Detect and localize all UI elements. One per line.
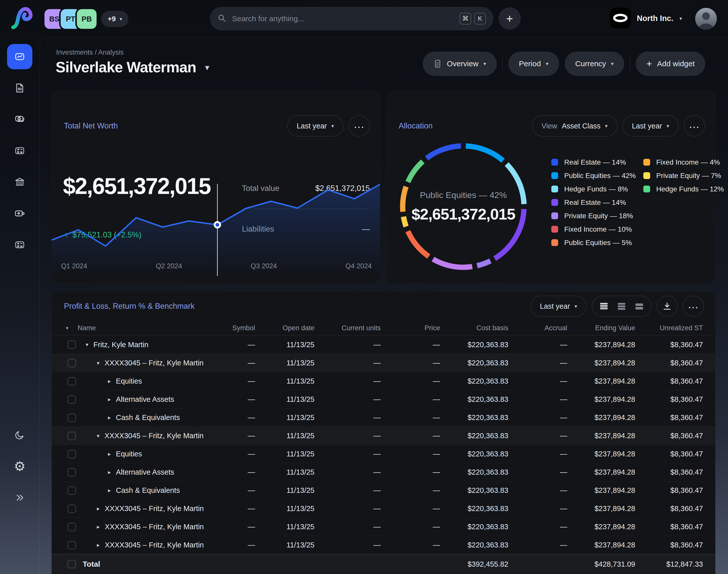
sidebar-item-bank[interactable] [7,169,32,195]
pnl-period-dropdown[interactable]: Last year ▾ [530,296,587,317]
allocation-donut-chart[interactable] [398,141,529,272]
sidebar-item-analysis[interactable] [7,44,32,69]
page-title-row[interactable]: Silverlake Waterman ▾ [56,59,209,76]
table-row[interactable]: ▸Alternative Assets—11/13/25——$220,363.8… [52,390,715,408]
row-checkbox[interactable] [68,432,76,440]
search-input[interactable] [232,14,457,23]
overview-dropdown[interactable]: Overview ▾ [423,51,497,76]
cell-current-units: — [314,413,381,422]
table-row[interactable]: ▸XXXX3045 – Fritz, Kyle Martin—11/13/25—… [52,536,715,554]
table-row[interactable]: ▾Fritz, Kyle Martin—11/13/25——$220,363.8… [52,335,715,354]
allocation-period-dropdown[interactable]: Last year ▾ [622,115,679,136]
row-checkbox[interactable] [68,413,76,422]
workspace-chip-pb[interactable]: PB [77,9,96,29]
row-checkbox[interactable] [68,504,76,513]
total-checkbox[interactable] [68,560,76,568]
row-checkbox[interactable] [68,450,76,458]
column-header-name[interactable]: Name [76,324,197,332]
currency-dropdown[interactable]: Currency ▾ [565,51,625,76]
row-checkbox[interactable] [68,486,76,495]
density-medium-button[interactable] [613,298,630,314]
collapse-row-icon[interactable]: ▾ [97,433,99,439]
cell-open-date: 11/13/25 [255,359,314,367]
sidebar-item-calculator[interactable] [7,138,32,163]
column-header-accrual[interactable]: Accrual [508,324,567,332]
cash-icon [14,113,26,125]
add-widget-button[interactable]: + Add widget [636,51,705,76]
row-name: Cash & Equivalents [116,413,180,422]
cell-open-date: 11/13/25 [255,432,314,440]
sidebar-expand-button[interactable] [7,485,32,510]
column-header-cost-basis[interactable]: Cost basis [440,324,508,332]
table-row[interactable]: ▾XXXX3045 – Fritz, Kyle Martin—11/13/25—… [52,354,715,372]
row-checkbox[interactable] [68,395,76,404]
cell-symbol: — [197,468,255,477]
column-header-ending-value[interactable]: Ending Value [567,324,635,332]
table-row[interactable]: ▾XXXX3045 – Fritz, Kyle Martin—11/13/25—… [52,426,715,445]
cell-symbol: — [197,450,255,458]
expand-row-icon[interactable]: ▸ [108,414,111,421]
row-checkbox[interactable] [68,523,76,531]
expand-row-icon[interactable]: ▸ [97,505,100,512]
search-bar[interactable]: ⌘ K [210,7,494,30]
allocation-more-button[interactable]: … [684,115,705,136]
net-worth-more-button[interactable]: … [349,115,370,136]
density-compact-button[interactable] [596,298,612,314]
theme-toggle[interactable] [7,422,32,448]
net-worth-period-dropdown[interactable]: Last year ▾ [287,115,344,136]
row-checkbox[interactable] [68,377,76,385]
expand-row-icon[interactable]: ▸ [108,396,111,403]
cell-price: — [381,504,440,513]
row-name: Fritz, Kyle Martin [93,341,148,349]
expand-row-icon[interactable]: ▸ [97,524,100,530]
pnl-more-button[interactable]: … [683,296,704,317]
allocation-view-dropdown[interactable]: View Asset Class ▾ [532,115,617,136]
toolbar: Overview ▾ Period ▾ Currency ▾ + Add wid… [423,51,705,76]
expand-row-icon[interactable]: ▸ [97,542,100,548]
column-header-symbol[interactable]: Symbol [197,324,255,332]
row-checkbox[interactable] [68,359,76,367]
more-accounts-button[interactable]: +9 ▾ [101,11,128,27]
org-switcher[interactable]: North Inc. ▾ [610,8,682,29]
quick-add-button[interactable]: + [499,7,521,30]
allocation-card-title: Allocation [399,121,432,130]
table-row[interactable]: ▸Cash & Equivalents—11/13/25——$220,363.8… [52,481,715,499]
table-row[interactable]: ▸XXXX3045 – Fritz, Kyle Martin—11/13/25—… [52,518,715,536]
cell-ending-value: $237,894.28 [567,432,635,440]
user-avatar[interactable] [695,8,717,30]
legend-label: Hedge Funds — 8% [564,185,628,193]
table-row[interactable]: ▸Cash & Equivalents—11/13/25——$220,363.8… [52,408,715,426]
cell-cost-basis: $220,363.83 [440,523,508,531]
column-header-current-units[interactable]: Current units [314,324,381,332]
expand-row-icon[interactable]: ▸ [108,378,111,384]
cell-open-date: 11/13/25 [255,523,314,531]
net-worth-chart[interactable]: Q1 2024 Q2 2024 Q3 2024 Q4 2024 [52,167,380,276]
column-header-open-date[interactable]: Open date [255,324,314,332]
column-header-price[interactable]: Price [381,324,440,332]
table-row[interactable]: ▸XXXX3045 – Fritz, Kyle Martin—11/13/25—… [52,499,715,518]
table-row[interactable]: ▸Alternative Assets—11/13/25——$220,363.8… [52,463,715,481]
x-tick: Q4 2024 [346,262,372,270]
collapse-row-icon[interactable]: ▾ [86,342,88,348]
sidebar-item-transfers[interactable] [7,201,32,226]
sidebar-item-calculator-2[interactable] [7,232,32,257]
column-header-unrealized-st[interactable]: Unrealized ST [635,324,703,332]
sidebar-item-documents[interactable] [7,75,32,100]
row-checkbox[interactable] [68,340,76,349]
settings-button[interactable]: ⚙ [7,454,32,479]
sidebar-item-cash[interactable] [7,107,32,132]
table-row[interactable]: ▸Equities—11/13/25——$220,363.83—$237,894… [52,445,715,463]
download-button[interactable] [656,296,678,317]
table-row[interactable]: ▸Equities—11/13/25——$220,363.83—$237,894… [52,372,715,390]
density-large-button[interactable] [631,298,647,314]
expand-row-icon[interactable]: ▸ [108,487,111,494]
expand-row-icon[interactable]: ▸ [108,451,111,457]
row-checkbox[interactable] [68,468,76,477]
brand-logo[interactable] [10,6,34,31]
row-checkbox[interactable] [68,541,76,549]
expand-row-icon[interactable]: ▸ [108,469,111,476]
sort-caret-icon[interactable]: ▾ [52,325,76,331]
period-dropdown[interactable]: Period ▾ [508,51,559,76]
legend-swatch [643,172,650,179]
collapse-row-icon[interactable]: ▾ [97,360,99,366]
